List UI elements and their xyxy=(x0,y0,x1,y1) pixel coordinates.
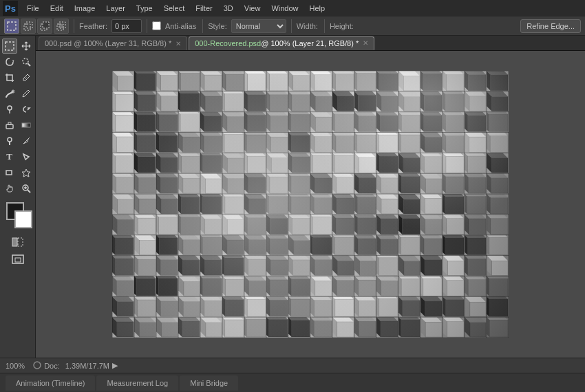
antialias-label: Anti-alias xyxy=(165,22,196,30)
separator-4 xyxy=(291,19,292,33)
canvas-area: 000.psd @ 100% (Layer 31, RGB/8) * ✕ 000… xyxy=(36,36,585,358)
dodge-tool[interactable] xyxy=(2,133,17,149)
selection-type-group xyxy=(4,19,69,34)
menu-edit[interactable]: Edit xyxy=(45,3,68,14)
style-select[interactable]: Normal Fixed Ratio Fixed Size xyxy=(231,19,286,33)
path-select-tool[interactable] xyxy=(19,149,34,164)
zoom-level: 100% xyxy=(6,362,25,370)
zoom-tool[interactable] xyxy=(19,181,34,196)
svg-point-15 xyxy=(8,106,12,110)
menu-filter[interactable]: Filter xyxy=(191,3,217,14)
height-label: Height: xyxy=(330,22,354,30)
doc-tab-1[interactable]: 000.psd @ 100% (Layer 31, RGB/8) * ✕ xyxy=(39,36,187,50)
screen-mode[interactable] xyxy=(10,252,25,267)
antialias-checkbox[interactable] xyxy=(152,21,161,30)
svg-rect-18 xyxy=(8,122,11,124)
menu-file[interactable]: File xyxy=(22,3,44,14)
bottom-panel-tabs: Animation (Timeline) Measurement Log Min… xyxy=(0,373,585,392)
separator-2 xyxy=(147,19,147,33)
doc-tab-2-info: @ 100% (Layer 21, RGB/8) * xyxy=(261,39,359,47)
svg-line-13 xyxy=(25,78,27,80)
svg-rect-29 xyxy=(18,238,23,246)
quick-select-tool[interactable] xyxy=(19,54,34,69)
refine-edge-button[interactable]: Refine Edge... xyxy=(520,19,581,33)
add-selection-btn[interactable] xyxy=(21,19,36,34)
type-tool[interactable]: T xyxy=(2,149,17,164)
tool-row-7 xyxy=(2,133,34,149)
lasso-tool[interactable] xyxy=(2,54,17,69)
tool-row-10 xyxy=(2,181,34,196)
eraser-tool[interactable] xyxy=(2,118,17,133)
custom-shape-tool[interactable] xyxy=(19,165,34,180)
shape-tool[interactable] xyxy=(2,165,17,180)
svg-line-12 xyxy=(28,63,30,66)
separator-5 xyxy=(324,19,325,33)
marquee-tool[interactable] xyxy=(2,39,17,54)
tool-row-3 xyxy=(2,70,34,85)
menu-help[interactable]: Help xyxy=(305,3,330,14)
clone-stamp-tool[interactable] xyxy=(2,102,17,117)
svg-rect-4 xyxy=(26,22,32,28)
svg-rect-19 xyxy=(22,123,30,127)
new-selection-btn[interactable] xyxy=(4,19,19,34)
svg-rect-3 xyxy=(24,24,30,30)
gradient-tool[interactable] xyxy=(19,118,34,133)
menu-window[interactable]: Window xyxy=(266,3,303,14)
quick-mask-mode[interactable] xyxy=(10,235,25,250)
doc-tab-1-close[interactable]: ✕ xyxy=(176,40,181,47)
tab-minibridge[interactable]: Mini Bridge xyxy=(180,375,238,391)
svg-rect-17 xyxy=(6,124,13,129)
doc-label: Doc: xyxy=(44,362,60,370)
doc-size: 1.39M/17.7M xyxy=(65,362,109,370)
separator-1 xyxy=(74,19,74,33)
menu-3d[interactable]: 3D xyxy=(219,3,238,14)
tool-row-9 xyxy=(2,165,34,180)
doc-tab-2-close[interactable]: ✕ xyxy=(363,39,368,47)
doc-tab-2[interactable]: 000-Recovered.psd @ 100% (Layer 21, RGB/… xyxy=(189,36,374,50)
eyedropper-tool[interactable] xyxy=(19,70,34,85)
menubar: Ps File Edit Image Layer Type Select Fil… xyxy=(0,0,585,17)
history-brush-tool[interactable] xyxy=(19,102,34,117)
pen-tool[interactable] xyxy=(19,133,34,149)
menu-image[interactable]: Image xyxy=(70,3,100,14)
svg-point-32 xyxy=(34,362,41,369)
canvas-container[interactable] xyxy=(36,51,585,358)
feather-input[interactable] xyxy=(111,19,142,33)
menu-select[interactable]: Select xyxy=(159,3,190,14)
menu-layer[interactable]: Layer xyxy=(101,3,130,14)
color-block xyxy=(6,202,32,228)
svg-rect-22 xyxy=(6,171,12,175)
subtract-selection-btn[interactable] xyxy=(37,19,52,34)
tool-row-8: T xyxy=(2,149,34,164)
spot-healing-tool[interactable] xyxy=(2,86,17,101)
intersect-selection-btn[interactable] xyxy=(54,19,69,34)
menu-type[interactable]: Type xyxy=(131,3,158,14)
tool-row-5 xyxy=(2,102,34,117)
tool-row-mask xyxy=(10,235,25,250)
svg-rect-28 xyxy=(12,238,17,246)
feather-label: Feather: xyxy=(79,22,107,30)
tab-measurement[interactable]: Measurement Log xyxy=(96,375,178,391)
toolbox: T xyxy=(0,36,36,358)
menu-view[interactable]: View xyxy=(240,3,266,14)
svg-marker-23 xyxy=(22,169,30,177)
status-bar: 100% Doc: 1.39M/17.7M ▶ xyxy=(0,358,585,373)
ps-logo: Ps xyxy=(3,1,18,16)
tab-animation[interactable]: Animation (Timeline) xyxy=(6,375,95,391)
tool-row-4 xyxy=(2,86,34,101)
svg-rect-6 xyxy=(43,22,49,28)
doc-tab-2-name-highlight: 000-Recovered.psd xyxy=(195,39,261,47)
canvas-artwork[interactable] xyxy=(112,71,509,338)
svg-line-25 xyxy=(28,190,30,193)
doc-tab-1-name: 000.psd @ 100% (Layer 31, RGB/8) * xyxy=(45,39,171,47)
move-tool[interactable] xyxy=(19,39,34,54)
svg-point-11 xyxy=(23,58,28,64)
status-arrow[interactable]: ▶ xyxy=(112,361,118,370)
separator-3 xyxy=(202,19,203,33)
background-color[interactable] xyxy=(14,210,32,228)
brush-tool[interactable] xyxy=(19,86,34,101)
tool-row-2 xyxy=(2,54,34,69)
hand-tool[interactable] xyxy=(2,181,17,196)
crop-tool[interactable] xyxy=(2,70,17,85)
status-info-icon[interactable] xyxy=(33,361,41,371)
